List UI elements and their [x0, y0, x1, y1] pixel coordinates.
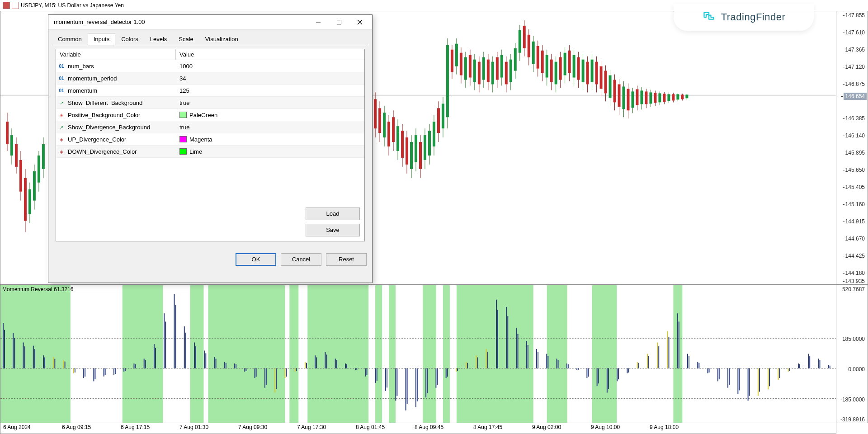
time-label: 9 Aug 18:00	[650, 423, 679, 430]
variable-name: UP_Divergence_Color	[68, 136, 126, 143]
svg-rect-114	[586, 62, 589, 85]
svg-rect-132	[627, 89, 630, 110]
svg-rect-22	[378, 108, 381, 133]
chart-symbol-icon	[12, 2, 19, 9]
ind-tick: -185.0000	[840, 396, 865, 403]
minimize-button[interactable]	[308, 15, 329, 29]
value-text: true	[179, 99, 189, 106]
time-label: 9 Aug 10:00	[591, 423, 620, 430]
svg-rect-18	[42, 144, 45, 169]
svg-rect-166	[389, 285, 396, 423]
variable-name: num_bars	[68, 63, 94, 70]
ind-tick: 185.0000	[842, 336, 865, 342]
svg-rect-20	[374, 99, 377, 128]
tab-colors[interactable]: Colors	[115, 33, 144, 45]
color-swatch	[179, 136, 187, 142]
time-label: 8 Aug 09:45	[415, 423, 443, 430]
indicator-svg	[0, 285, 836, 423]
inputs-grid[interactable]: Variable Value 01num_bars100001momentum_…	[56, 49, 365, 241]
price-tick: 147.855	[845, 12, 865, 19]
svg-rect-60	[464, 57, 467, 80]
svg-rect-30	[396, 126, 399, 151]
dialog-titlebar[interactable]: momentum_reversal_detector 1.00	[48, 15, 372, 29]
svg-rect-16	[38, 156, 40, 183]
indicator-properties-dialog: momentum_reversal_detector 1.00 Common I…	[48, 14, 373, 283]
color-type-icon: ◈	[58, 136, 65, 142]
value-text: 34	[179, 75, 186, 82]
grid-row[interactable]: ◈Positive_Background_ColorPaleGreen	[56, 109, 364, 121]
svg-rect-116	[591, 60, 594, 82]
grid-row[interactable]: ↗Show_Divergence_Backgroundtrue	[56, 121, 364, 133]
svg-rect-72	[491, 62, 494, 85]
svg-rect-148	[663, 94, 665, 102]
tab-levels[interactable]: Levels	[144, 33, 173, 45]
variable-name: momentum	[68, 87, 97, 94]
ind-tick: 0.0000	[848, 366, 865, 373]
svg-rect-120	[600, 66, 603, 89]
svg-rect-90	[532, 42, 535, 64]
svg-rect-52	[446, 45, 449, 117]
maximize-button[interactable]	[329, 15, 349, 29]
svg-rect-66	[478, 62, 481, 85]
svg-rect-54	[451, 50, 453, 72]
tab-visualization[interactable]: Visualization	[199, 33, 244, 45]
indicator-area[interactable]: Momentum Reversal 61.3216	[0, 285, 836, 423]
svg-rect-150	[667, 94, 670, 101]
col-header-variable[interactable]: Variable	[56, 49, 176, 60]
svg-rect-100	[555, 62, 557, 85]
ind-tick: 520.7687	[842, 286, 865, 292]
svg-rect-162	[208, 285, 285, 423]
price-tick: 145.895	[845, 150, 865, 156]
svg-rect-86	[523, 26, 526, 48]
bool-type-icon: ↗	[58, 124, 65, 130]
grid-row[interactable]: 01momentum125	[56, 85, 364, 97]
svg-rect-38	[415, 135, 417, 162]
price-tick: 147.120	[845, 64, 865, 70]
color-type-icon: ◈	[58, 148, 65, 155]
price-tick: 147.365	[845, 47, 865, 53]
tab-common[interactable]: Common	[52, 33, 88, 45]
tab-scale[interactable]: Scale	[173, 33, 199, 45]
svg-rect-34	[406, 137, 408, 165]
save-button[interactable]: Save	[306, 224, 360, 236]
svg-rect-46	[433, 122, 435, 146]
value-text: Magenta	[189, 136, 212, 143]
grid-row[interactable]: 01momentum_period34	[56, 72, 364, 85]
int-type-icon: 01	[58, 75, 65, 81]
price-tick: 143.935	[845, 278, 865, 284]
svg-rect-142	[649, 92, 652, 104]
grid-row[interactable]: ◈DOWN_Divergence_ColorLime	[56, 146, 364, 158]
color-swatch	[179, 112, 187, 118]
svg-rect-138	[640, 90, 643, 104]
svg-rect-98	[550, 60, 553, 82]
col-header-value[interactable]: Value	[176, 49, 364, 60]
svg-rect-130	[623, 86, 625, 109]
svg-rect-96	[546, 55, 548, 78]
time-label: 8 Aug 01:45	[356, 423, 385, 430]
grid-row[interactable]: 01num_bars1000	[56, 60, 364, 72]
cancel-button[interactable]: Cancel	[281, 253, 321, 266]
svg-rect-78	[505, 62, 508, 85]
ok-button[interactable]: OK	[236, 253, 276, 266]
svg-rect-70	[487, 60, 490, 82]
indicator-label: Momentum Reversal 61.3216	[2, 286, 73, 292]
svg-rect-36	[410, 142, 413, 169]
grid-header: Variable Value	[56, 49, 364, 60]
time-label: 7 Aug 09:30	[238, 423, 267, 430]
svg-rect-126	[613, 80, 616, 102]
tab-inputs[interactable]: Inputs	[88, 33, 115, 45]
ind-tick: -319.8916	[840, 416, 865, 423]
load-button[interactable]: Load	[306, 208, 360, 220]
reset-button[interactable]: Reset	[326, 253, 367, 266]
svg-rect-56	[455, 44, 458, 66]
time-label: 6 Aug 2024	[3, 423, 31, 430]
grid-row[interactable]: ↗Show_Different_Backgroundtrue	[56, 97, 364, 109]
svg-rect-2	[6, 122, 9, 144]
close-button[interactable]	[349, 15, 370, 29]
svg-rect-154	[676, 94, 679, 99]
svg-rect-122	[604, 71, 607, 94]
svg-rect-106	[568, 51, 571, 73]
grid-row[interactable]: ◈UP_Divergence_ColorMagenta	[56, 133, 364, 146]
svg-rect-104	[564, 53, 566, 75]
svg-rect-84	[519, 30, 521, 53]
